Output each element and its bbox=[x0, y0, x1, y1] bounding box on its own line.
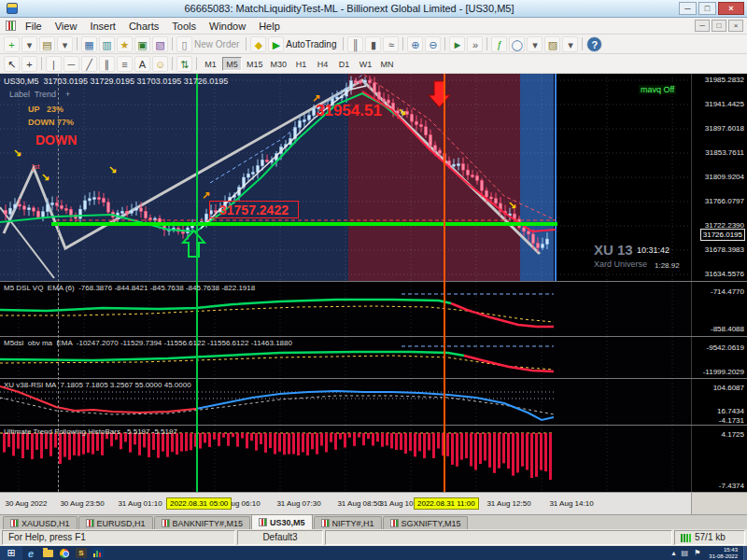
profiles-icon[interactable]: ▤ bbox=[39, 36, 55, 52]
indicator-header: XU v38-RSI MA 7.1805 7.1805 3.2567 55.00… bbox=[4, 381, 191, 389]
chart-tab-xauusd-h1[interactable]: XAUUSD,H1 bbox=[3, 516, 78, 529]
orange-event-vline[interactable] bbox=[444, 74, 445, 492]
time-label: 30 Aug 23:50 bbox=[60, 499, 104, 508]
chart-tab-nifty-h1[interactable]: NIFTY#,H1 bbox=[314, 516, 382, 529]
timeframe-m15[interactable]: M15 bbox=[244, 57, 266, 71]
chart-tab-us30-m5[interactable]: US30,M5 bbox=[251, 514, 313, 529]
zoom-in-icon[interactable]: ⊕ bbox=[407, 36, 423, 52]
data-window-icon[interactable]: ▥ bbox=[99, 36, 115, 52]
arrows-icon[interactable]: ☺ bbox=[152, 56, 168, 72]
profiles-dropdown-icon[interactable]: ▾ bbox=[57, 36, 73, 52]
green-event-vline[interactable] bbox=[196, 74, 198, 492]
menu-bar: FileViewInsertChartsToolsWindowHelp ─ □ … bbox=[0, 18, 747, 35]
new-chart-icon[interactable]: + bbox=[4, 36, 20, 52]
timeframe-w1[interactable]: W1 bbox=[356, 57, 375, 71]
status-bar: For Help, press F1 Default3 57/1 kb bbox=[0, 529, 747, 546]
navigator-icon[interactable]: ★ bbox=[117, 36, 133, 52]
bars-chart-icon[interactable]: ║ bbox=[347, 36, 363, 52]
price-scale[interactable]: 31985.283231941.442531897.601831853.7611… bbox=[691, 74, 747, 281]
tray-network-icon[interactable]: ▤ bbox=[682, 549, 689, 557]
tray-expand-icon[interactable]: ▴ bbox=[672, 549, 676, 557]
show-desktop-button[interactable] bbox=[743, 546, 747, 560]
taskbar-explorer-icon[interactable] bbox=[40, 547, 55, 559]
line-chart-icon[interactable]: ≈ bbox=[383, 36, 399, 52]
support-price-label[interactable]: 31757.2422 bbox=[209, 201, 299, 218]
menu-file[interactable]: File bbox=[19, 20, 49, 33]
timeframe-d1[interactable]: D1 bbox=[334, 57, 354, 71]
menu-insert[interactable]: Insert bbox=[83, 20, 122, 33]
menu-help[interactable]: Help bbox=[252, 20, 287, 33]
title-bar[interactable]: 66665083: MatchLiquidityTest-ML - Billio… bbox=[0, 0, 747, 18]
start-button[interactable]: ⊞ bbox=[0, 546, 22, 560]
scale-value: -9542.0619 bbox=[707, 343, 744, 353]
crosshair-icon[interactable]: + bbox=[21, 56, 37, 72]
channel-icon[interactable]: ∥ bbox=[99, 56, 115, 72]
chart-window[interactable]: US30,M5 31703.0195 31729.0195 31703.0195… bbox=[0, 74, 747, 514]
chart-shift-icon[interactable]: » bbox=[467, 36, 483, 52]
scale-value: -7.4374 bbox=[719, 482, 744, 491]
cycle-icon[interactable]: ⇅ bbox=[176, 56, 192, 72]
down-percent-row: DOWN 77% bbox=[28, 118, 74, 127]
timeframe-mn[interactable]: MN bbox=[377, 57, 397, 71]
toolbar-separator bbox=[172, 37, 173, 50]
menu-window[interactable]: Window bbox=[203, 20, 252, 33]
big-price-label: 31954.51 bbox=[316, 102, 382, 120]
minimize-icon[interactable]: ─ bbox=[679, 2, 697, 15]
text-icon[interactable]: A bbox=[134, 56, 150, 72]
new-order-label[interactable]: New Order bbox=[194, 39, 239, 49]
timeframe-m1[interactable]: M1 bbox=[201, 57, 220, 71]
close-icon[interactable]: × bbox=[718, 2, 744, 15]
periods-dropdown-icon[interactable]: ▾ bbox=[527, 36, 543, 52]
scale-value: -714.4770 bbox=[711, 287, 744, 297]
tray-action-center-icon[interactable]: ⚑ bbox=[694, 549, 700, 557]
metaeditor-icon[interactable]: ◆ bbox=[250, 36, 266, 52]
periods-icon[interactable]: ◯ bbox=[509, 36, 525, 52]
templates-icon[interactable]: ▨ bbox=[544, 36, 560, 52]
strategy-tester-icon[interactable]: ▧ bbox=[152, 36, 168, 52]
status-spacer bbox=[325, 530, 672, 545]
autotrading-icon[interactable]: ▶ bbox=[268, 36, 284, 52]
market-watch-icon[interactable]: ▦ bbox=[81, 36, 97, 52]
taskbar-chrome-icon[interactable] bbox=[57, 547, 72, 559]
zoom-out-icon[interactable]: ⊖ bbox=[425, 36, 441, 52]
chart-tab-banknifty-m15[interactable]: BANKNIFTY#,M15 bbox=[154, 516, 251, 529]
taskbar-ie-icon[interactable]: e bbox=[23, 547, 38, 559]
taskbar-mt4-icon[interactable] bbox=[91, 547, 106, 559]
trendline-icon[interactable]: ╱ bbox=[81, 56, 97, 72]
cursor-icon[interactable]: ↖ bbox=[4, 56, 20, 72]
candles-chart-icon[interactable]: ▮ bbox=[365, 36, 381, 52]
horizontal-line-icon[interactable]: ─ bbox=[63, 56, 79, 72]
sell-mini-arrow-icon: ↘ bbox=[398, 105, 406, 118]
autotrading-label[interactable]: AutoTrading bbox=[286, 39, 336, 49]
chart-tab-sgxnifty-m15[interactable]: SGXNIFTY,M15 bbox=[383, 516, 469, 529]
taskbar: ⊞ e S ▴ ▤ ⚑ 15:43 31-08-2022 bbox=[0, 546, 747, 560]
timeframe-h4[interactable]: H4 bbox=[313, 57, 332, 71]
new-order-icon[interactable]: ▯ bbox=[176, 36, 192, 52]
new-chart-dropdown-icon[interactable]: ▾ bbox=[21, 36, 37, 52]
price-scale-label: 31678.3983 bbox=[705, 245, 744, 255]
taskbar-clock[interactable]: 15:43 31-08-2022 bbox=[709, 547, 738, 560]
chart-tab-eurusd-h1[interactable]: EURUSD,H1 bbox=[78, 516, 153, 529]
maximize-icon[interactable]: □ bbox=[698, 2, 716, 15]
child-close-icon[interactable]: × bbox=[728, 20, 743, 32]
timeframe-m30[interactable]: M30 bbox=[268, 57, 290, 71]
time-axis[interactable]: 30 Aug 202230 Aug 23:5031 Aug 01:1031 Au… bbox=[0, 492, 747, 514]
menu-view[interactable]: View bbox=[49, 20, 84, 33]
status-template[interactable]: Default3 bbox=[237, 530, 323, 545]
mavq-toggle[interactable]: mavq Off bbox=[639, 85, 676, 94]
indicators-icon[interactable]: ƒ bbox=[491, 36, 507, 52]
taskbar-app-icon[interactable]: S bbox=[74, 547, 89, 559]
vertical-line-icon[interactable]: | bbox=[46, 56, 62, 72]
auto-scroll-icon[interactable]: ► bbox=[449, 36, 465, 52]
fibonacci-icon[interactable]: ≡ bbox=[117, 56, 133, 72]
child-minimize-icon[interactable]: ─ bbox=[695, 20, 710, 32]
terminal-icon[interactable]: ▣ bbox=[134, 36, 150, 52]
templates-dropdown-icon[interactable]: ▾ bbox=[562, 36, 578, 52]
connection-bars-icon bbox=[681, 534, 691, 542]
menu-charts[interactable]: Charts bbox=[122, 20, 165, 33]
timeframe-h1[interactable]: H1 bbox=[291, 57, 311, 71]
child-restore-icon[interactable]: □ bbox=[712, 20, 726, 32]
help-icon[interactable]: ? bbox=[586, 36, 602, 52]
timeframe-m5[interactable]: M5 bbox=[222, 57, 242, 71]
menu-tools[interactable]: Tools bbox=[165, 20, 203, 33]
